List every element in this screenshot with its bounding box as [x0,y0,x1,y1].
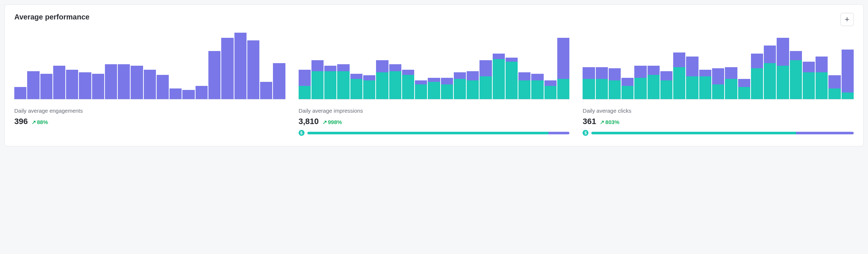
bar-segment-organic [415,84,427,99]
metric-change: ↗803% [600,119,619,125]
bar [350,33,362,99]
bar-segment-paid [660,71,672,80]
bar-segment-paid [247,40,259,99]
bar-segment-paid [14,87,26,99]
bar [389,33,401,99]
bar-segment-paid [105,64,117,99]
bar [131,33,143,99]
bar [648,33,660,99]
bar [415,33,427,99]
bar-segment-paid [557,38,569,79]
bar-segment-paid [596,67,608,79]
bar-segment-organic [673,67,685,99]
bar-segment-paid [764,46,776,63]
bar [609,33,621,99]
metric-label: Daily average impressions [299,108,570,114]
trend-up-icon: ↗ [322,119,327,125]
bar-segment-paid [467,71,479,80]
bar-segment-paid [350,74,362,79]
bar-segment-organic [699,76,711,99]
bar-segment-paid [79,72,91,99]
bar-segment-paid [725,67,737,79]
bar-segment-paid [208,51,220,99]
bar [92,33,104,99]
metric-value: 3,810 [299,117,319,126]
bar [311,33,324,99]
bar-segment-organic [324,71,336,99]
bar [363,33,375,99]
bar-segment-paid [363,75,375,81]
bar-segment-organic [493,59,505,99]
bar-segment-paid [751,54,763,68]
bar [493,33,505,99]
bar [725,33,737,99]
bar-segment-paid [27,71,39,99]
bar-segment-paid [648,66,660,75]
metric-value: 361 [583,117,596,126]
trend-up-icon: ↗ [32,119,36,125]
bar [518,33,530,99]
bar [467,33,479,99]
bar-segment-organic [506,62,518,99]
bar [14,33,26,99]
bar-segment-paid [157,75,169,99]
bar [66,33,78,99]
bar [40,33,52,99]
bar-segment-paid [441,78,453,84]
bar-segment-paid [196,86,208,99]
bar [441,33,453,99]
bar [105,33,117,99]
bar [712,33,724,99]
bar-segment-organic [402,75,414,99]
metric-label: Daily average clicks [583,108,854,114]
distribution-fill [591,132,796,134]
bar [182,33,194,99]
bar [621,33,634,99]
bar [634,33,646,99]
bar-segment-organic [725,79,737,99]
bar [454,33,466,99]
metric-change-value: 998% [328,119,342,125]
bar-segment-organic [350,79,362,99]
plus-icon: + [845,15,850,23]
bar [118,33,130,99]
bar [790,33,802,99]
bar-segment-organic [686,76,698,99]
bar [299,33,311,99]
bar-segment-organic [441,84,453,99]
bar-segment-organic [660,80,672,99]
bar-segment-paid [131,66,143,99]
bar-chart [14,33,285,99]
bar-segment-organic [544,86,557,99]
metric-line: 3,810↗998% [299,117,570,126]
bar-segment-paid [518,72,530,80]
bar-segment-paid [828,75,840,88]
bar-segment-organic [299,86,311,99]
bar-segment-paid [118,64,130,99]
bar-segment-organic [803,72,815,99]
bar [660,33,672,99]
bar [531,33,543,99]
bar-segment-organic [764,63,776,99]
distribution-track [307,132,570,134]
bar [169,33,182,99]
bar [79,33,91,99]
bar [428,33,440,99]
bar [273,33,285,99]
bar-segment-organic [609,80,621,99]
bar-segment-organic [596,79,608,99]
bar-segment-paid [53,66,65,99]
bar [738,33,750,99]
bar-segment-organic [621,86,634,99]
bar-segment-organic [479,76,492,99]
add-button[interactable]: + [840,13,854,26]
bar-segment-paid [493,54,505,59]
bar-segment-organic [337,71,349,99]
bar [557,33,569,99]
bar-segment-paid [273,63,285,99]
bar-segment-paid [376,60,388,72]
bar [53,33,65,99]
bar-segment-paid [712,68,724,84]
bar-segment-organic [777,66,789,99]
metric-change-value: 803% [605,119,619,125]
